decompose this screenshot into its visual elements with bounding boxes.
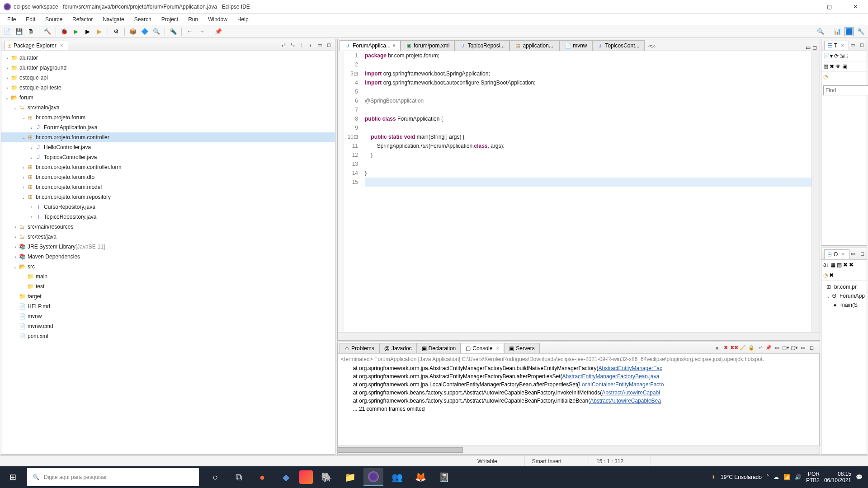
tree-row[interactable]: 📁target — [1, 291, 335, 301]
tray-language[interactable]: PORPTB2 — [806, 471, 820, 483]
package-explorer-tab[interactable]: ⊞ Package Explorer × — [4, 41, 68, 50]
stack-trace-link[interactable]: AbstractEntityManagerFac — [599, 365, 662, 371]
task-show-button[interactable]: ▣ — [842, 63, 847, 70]
tree-row[interactable]: ⌄⊞br.com.projeto.forum — [1, 113, 335, 122]
vertical-scrollbar[interactable] — [811, 51, 820, 332]
app-notepad-icon[interactable]: 📓 — [434, 468, 454, 486]
perspective-debug-button[interactable]: 🔧 — [856, 27, 865, 36]
tray-notifications-icon[interactable]: 💬 — [856, 474, 863, 480]
task-hide-button[interactable]: 👁 — [835, 63, 841, 70]
system-tray[interactable]: ☀ 19°C Ensolarado ˄ ☁ 📶 🔊 PORPTB2 08:150… — [706, 471, 868, 483]
bottom-tab-servers[interactable]: ▣Servers — [504, 343, 539, 353]
tree-row[interactable]: 📁main — [1, 272, 335, 282]
taskbar-search[interactable]: 🔍 Digite aqui para pesquisar — [27, 468, 199, 486]
tree-row[interactable]: ⌄🗂src/main/java — [1, 103, 335, 113]
tray-onedrive-icon[interactable]: ☁ — [774, 474, 779, 480]
save-all-button[interactable]: 🗎 — [26, 27, 35, 36]
tray-wifi-icon[interactable]: 📶 — [783, 474, 790, 480]
tree-row[interactable]: ⌄⊞br.com.projeto.forum.controller — [1, 132, 335, 142]
build-button[interactable]: 🔨 — [43, 27, 52, 36]
close-icon[interactable]: × — [392, 42, 396, 49]
outline-hide-fields-button[interactable]: ▦ — [830, 262, 835, 268]
task-presentation-button[interactable]: ▦ — [823, 63, 828, 70]
console-remove-button[interactable]: ✖ — [722, 344, 729, 352]
collapse-all-button[interactable]: ⇄ — [280, 42, 287, 49]
minimize-view-button[interactable]: ▭ — [316, 42, 323, 49]
tree-row[interactable]: ›⊞br.com.projeto.forum.model — [1, 182, 335, 192]
editor-tab[interactable]: JTopicoReposi... — [454, 40, 509, 51]
tree-row[interactable]: ⌄📂src — [1, 262, 335, 272]
menu-search[interactable]: Search — [130, 15, 156, 24]
menu-window[interactable]: Window — [203, 15, 232, 24]
menu-help[interactable]: Help — [233, 15, 253, 24]
outline-hide-static-button[interactable]: ▧ — [837, 262, 842, 268]
tree-row[interactable]: ›📁estoque-api — [1, 73, 335, 83]
tree-row[interactable]: ›JHelloController.java — [1, 142, 335, 152]
outline-link-button[interactable]: ✖ — [829, 272, 834, 278]
task-min-button[interactable]: ▭ — [849, 42, 856, 49]
tree-row[interactable]: 📄pom.xml — [1, 331, 335, 341]
app-intellij-icon[interactable] — [299, 470, 313, 484]
outline-hide-nonpublic-button[interactable]: ✖ — [843, 262, 848, 268]
tree-row[interactable]: ›🗂src/test/java — [1, 232, 335, 242]
app-explorer-icon[interactable]: 📁 — [340, 468, 360, 486]
task-filter-button[interactable]: ⫶ — [846, 53, 849, 59]
maximize-view-button[interactable]: ◻ — [325, 42, 332, 49]
view-menu-button[interactable]: ⋮ — [298, 42, 305, 49]
editor-tab[interactable]: ▤application.... — [509, 40, 560, 51]
tree-row[interactable]: ⌄📂forum — [1, 93, 335, 103]
console-hscroll[interactable] — [338, 446, 820, 454]
quick-access-button[interactable]: 🔍 — [816, 27, 825, 36]
app-dbeaver-icon[interactable]: 🐘 — [316, 468, 336, 486]
app-postman-icon[interactable]: ● — [252, 468, 272, 486]
task-view-icon[interactable]: ⧉ — [229, 468, 249, 486]
tree-row[interactable]: ›📁alurator — [1, 53, 335, 63]
package-tree[interactable]: ›📁alurator›📁alurator-playground›📁estoque… — [1, 51, 335, 343]
close-icon[interactable]: × — [841, 251, 844, 258]
console-min-button[interactable]: ▭ — [799, 344, 807, 352]
save-button[interactable]: 💾 — [14, 27, 24, 36]
stack-trace-link[interactable]: AbstractAutowireCapabl — [602, 389, 660, 396]
maximize-button[interactable]: ▢ — [820, 0, 838, 13]
console-display-button[interactable]: ▭ — [774, 344, 781, 352]
menu-run[interactable]: Run — [184, 15, 203, 24]
tree-row[interactable]: ›📁estoque-api-teste — [1, 83, 335, 93]
task-list-tab[interactable]: ☰ T × — [824, 41, 849, 50]
tree-row[interactable]: ›JTopicosController.java — [1, 152, 335, 162]
task-new-button[interactable]: 📄▾ — [823, 53, 833, 59]
outline-row[interactable]: ●main(S — [823, 300, 865, 310]
forward-button[interactable]: → — [197, 27, 206, 36]
tree-row[interactable]: ›ITopicoRepository.java — [1, 212, 335, 222]
new-button[interactable]: 📄 — [3, 27, 12, 36]
tree-row[interactable]: 📄HELP.md — [1, 301, 335, 311]
outline-sort-button[interactable]: a↓ — [823, 262, 829, 268]
console-body[interactable]: <terminated> ForumApplication [Java Appl… — [338, 354, 820, 446]
tree-row[interactable]: ⌄⊞br.com.projeto.forum.repository — [1, 192, 335, 202]
code-editor[interactable]: 123⊟45678910⊟1112131415 package br.com.p… — [338, 51, 820, 332]
outline-max-button[interactable]: ◻ — [859, 250, 866, 258]
link-editor-button[interactable]: ⇆ — [289, 42, 296, 49]
close-icon[interactable]: × — [841, 42, 844, 49]
stack-trace-link[interactable]: AbstractEntityManagerFactoryBean.java — [562, 373, 660, 380]
more-tabs-button[interactable]: »₁₀ — [645, 41, 660, 51]
run-last-button[interactable]: ▶ — [95, 27, 104, 36]
console-word-wrap-button[interactable]: ⤶ — [756, 344, 764, 352]
stack-trace-link[interactable]: LocalContainerEntityManagerFacto — [579, 381, 664, 388]
run-button[interactable]: ▶ — [71, 27, 80, 36]
outline-min-button[interactable]: ▭ — [849, 250, 857, 258]
bottom-tab-problems[interactable]: ⚠Problems — [340, 343, 379, 353]
tree-row[interactable]: 📄mvnw.cmd — [1, 321, 335, 331]
close-icon[interactable]: × — [496, 345, 499, 352]
tray-chevron-icon[interactable]: ˄ — [766, 474, 769, 480]
console-open-button[interactable]: ▢▾ — [782, 344, 789, 352]
tree-row[interactable]: ›📚JRE System Library [JavaSE-11] — [1, 242, 335, 252]
console-pin-button[interactable]: 📌 — [765, 344, 772, 352]
task-find-input[interactable] — [823, 85, 868, 95]
cortana-icon[interactable]: ○ — [205, 468, 225, 486]
tree-row[interactable]: ›⊞br.com.projeto.forum.controller.form — [1, 162, 335, 172]
editor-tab[interactable]: JForumApplica...× — [340, 40, 401, 51]
task-max-button[interactable]: ◻ — [858, 42, 865, 49]
menu-refactor[interactable]: Refactor — [68, 15, 97, 24]
open-type-button[interactable]: 🔍 — [152, 27, 161, 36]
editor-tab[interactable]: 📄mvnw — [560, 40, 592, 51]
